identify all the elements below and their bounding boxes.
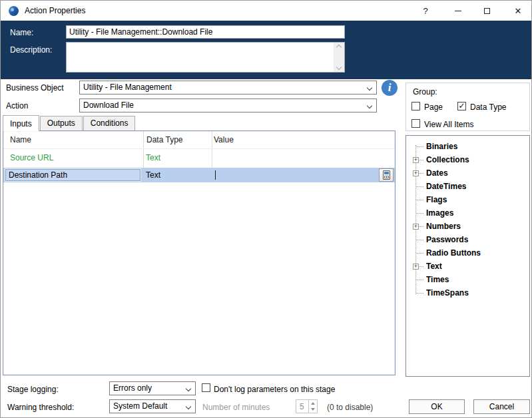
description-label: Description:	[10, 45, 52, 55]
chevron-down-icon	[367, 85, 372, 91]
info-icon[interactable]: i	[382, 80, 398, 96]
datatype-checkbox-label: Data Type	[470, 103, 506, 112]
tree-item-dates[interactable]: + Dates	[406, 168, 529, 181]
column-header-datatype: Data Type	[146, 135, 182, 144]
datatype-tree: Binaries + Collections + Dates DateTimes…	[405, 135, 530, 377]
minimize-icon	[455, 11, 461, 11]
tree-item-timespans[interactable]: TimeSpans	[406, 288, 529, 301]
table-header-row: Name Data Type Value	[3, 131, 395, 149]
maximize-icon	[484, 8, 490, 14]
warning-threshold-combo[interactable]: System Default	[109, 399, 196, 413]
group-title: Group:	[413, 87, 437, 97]
ok-button[interactable]: OK	[409, 399, 465, 414]
tree-item-times[interactable]: Times	[406, 274, 529, 288]
tree-item-datetimes[interactable]: DateTimes	[406, 181, 529, 194]
action-value: Download File	[83, 101, 134, 110]
param-datatype: Text	[146, 153, 160, 162]
tree-item-flags[interactable]: Flags	[406, 194, 529, 208]
spin-up-icon[interactable]	[309, 400, 317, 407]
help-icon: ?	[423, 6, 427, 16]
name-label: Name:	[10, 28, 33, 37]
tree-item-passwords[interactable]: Passwords	[406, 234, 529, 248]
tab-conditions[interactable]: Conditions	[83, 116, 136, 130]
disable-hint: (0 to disable)	[327, 403, 373, 412]
page-checkbox[interactable]	[411, 102, 420, 110]
close-icon: ✕	[515, 6, 522, 16]
maximize-button[interactable]	[473, 1, 500, 21]
calculator-icon	[383, 170, 390, 180]
tree-item-images[interactable]: Images	[406, 208, 529, 221]
tree-item-text[interactable]: + Text	[406, 261, 529, 274]
business-object-label: Business Object	[6, 83, 64, 93]
business-object-value: Utility - File Management	[83, 83, 172, 92]
dont-log-checkbox-label: Don't log parameters on this stage	[214, 385, 335, 394]
stage-logging-value: Errors only	[113, 383, 152, 393]
table-row-selected[interactable]: Destination Path Text	[3, 168, 395, 182]
column-header-name: Name	[10, 135, 31, 144]
warning-threshold-value: System Default	[113, 401, 167, 411]
inputs-table: Name Data Type Value Source URL Text Des…	[3, 130, 396, 375]
view-all-items-checkbox[interactable]	[411, 119, 420, 128]
expand-icon[interactable]: +	[413, 157, 419, 163]
column-header-value: Value	[214, 135, 234, 144]
action-combo[interactable]: Download File	[79, 99, 377, 112]
description-scrollbar[interactable]	[334, 43, 344, 72]
minutes-spinner[interactable]: 5	[296, 399, 318, 413]
tree-item-numbers[interactable]: + Numbers	[406, 221, 529, 234]
expand-icon[interactable]: +	[413, 224, 419, 230]
chevron-down-icon	[186, 386, 191, 391]
view-all-items-checkbox-label: View All Items	[424, 120, 473, 129]
action-properties-dialog: Action Properties ? ✕ Name: Utility - Fi…	[0, 0, 532, 418]
expression-editor-button[interactable]	[379, 168, 394, 182]
number-of-minutes-label: Number of minutes	[202, 403, 270, 412]
cancel-button[interactable]: Cancel	[473, 399, 530, 414]
table-row[interactable]: Source URL Text	[3, 149, 395, 168]
stage-logging-combo[interactable]: Errors only	[109, 381, 196, 395]
dialog-header: Name: Utility - File Management::Downloa…	[1, 21, 531, 79]
help-button[interactable]: ?	[412, 1, 439, 21]
dont-log-checkbox[interactable]	[202, 383, 210, 392]
datatype-checkbox[interactable]: ✓	[457, 102, 466, 110]
business-object-combo[interactable]: Utility - File Management	[79, 81, 377, 95]
tree-item-radio-buttons[interactable]: Radio Buttons	[406, 248, 529, 261]
action-label: Action	[6, 101, 28, 110]
tab-inputs[interactable]: Inputs	[3, 115, 39, 131]
page-checkbox-label: Page	[424, 103, 443, 112]
warning-threshold-label: Warning threshold:	[7, 403, 74, 412]
description-input[interactable]	[66, 42, 345, 73]
title-bar[interactable]: Action Properties ? ✕	[1, 1, 531, 21]
chevron-down-icon	[367, 103, 372, 108]
expand-icon[interactable]: +	[413, 170, 419, 176]
minimize-button[interactable]	[445, 1, 471, 21]
scroll-down-icon[interactable]	[336, 65, 342, 70]
scroll-up-icon[interactable]	[336, 45, 342, 50]
tab-strip: Inputs Outputs Conditions	[3, 114, 136, 130]
expand-icon[interactable]: +	[413, 264, 419, 270]
param-name: Source URL	[10, 153, 53, 162]
window-title: Action Properties	[25, 6, 85, 15]
spinner-buttons[interactable]	[308, 400, 317, 413]
minutes-value: 5	[300, 402, 304, 411]
tab-outputs[interactable]: Outputs	[40, 116, 83, 130]
param-datatype: Text	[146, 170, 160, 180]
param-name-editbox[interactable]: Destination Path	[5, 169, 140, 181]
group-panel: Group: Page ✓ Data Type View All Items	[405, 83, 530, 131]
name-input[interactable]: Utility - File Management::Download File	[66, 25, 345, 39]
stage-logging-label: Stage logging:	[7, 385, 59, 394]
text-caret	[215, 170, 216, 180]
tree-item-binaries[interactable]: Binaries	[406, 141, 529, 154]
chevron-down-icon	[186, 404, 191, 409]
tree-item-collections[interactable]: + Collections	[406, 154, 529, 168]
close-button[interactable]: ✕	[505, 1, 531, 21]
spin-down-icon[interactable]	[309, 407, 317, 413]
blueprism-action-icon	[9, 6, 19, 16]
